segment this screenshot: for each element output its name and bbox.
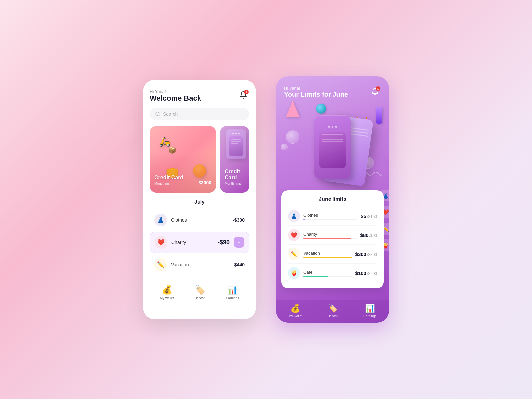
cafe-spent: $100 (355, 270, 366, 276)
limit-charity-icon: ❤️ (288, 229, 300, 241)
clothes-label: Clothes (171, 217, 229, 223)
svg-point-0 (156, 112, 159, 116)
transactions-month: July (150, 199, 249, 205)
right-phone: Hi Yana! Your Limits for June 1 (276, 76, 389, 323)
nav-earnings[interactable]: 📊 Earnings (226, 285, 239, 300)
vacation-icon: ✏️ (154, 258, 167, 271)
sphere-decoration-1 (286, 130, 299, 144)
phone-dots (328, 126, 337, 128)
phone-screen (319, 132, 346, 168)
left-bottom-nav: 💰 My wallet 🏷️ Deposit 📊 Earnings (150, 279, 249, 300)
transaction-item-vacation[interactable]: ✏️ Vacation -$440 (150, 254, 249, 275)
left-greeting-small: Hi Yana! (150, 89, 201, 94)
limit-clothes-icon: 👗 (288, 210, 300, 222)
wallet-label: My wallet (160, 296, 174, 300)
card-3d-scene (276, 104, 389, 190)
charity-progress-bar (303, 238, 357, 239)
notification-badge: 1 (244, 90, 249, 94)
right-nav-deposit[interactable]: 🏷️ Deposit (327, 304, 338, 318)
right-nav-wallet[interactable]: 💰 My wallet (288, 304, 302, 318)
clothes-total: /$150 (367, 214, 377, 219)
charity-amounts: $80 /$90 (360, 232, 377, 238)
clothes-progress-fill (303, 219, 305, 220)
right-earnings-label: Earnings (363, 314, 376, 318)
deposit-icon: 🏷️ (195, 285, 205, 295)
right-header: Hi Yana! Your Limits for June 1 (276, 76, 389, 104)
cafe-total: /$200 (367, 271, 377, 276)
charity-icon: ❤️ (155, 236, 167, 249)
right-notification-bell[interactable]: 1 (369, 86, 381, 98)
notification-bell[interactable]: 1 (237, 89, 249, 101)
vacation-amounts: $300 /$300 (355, 251, 377, 257)
vacation-spent: $300 (355, 251, 366, 257)
transaction-list: 👗 Clothes -$300 ❤️ Charity -$90 → ✏️ Vac… (150, 210, 249, 275)
search-placeholder: Search (163, 111, 178, 117)
card-number-lines (348, 127, 369, 137)
limit-charity-name: Charity (303, 232, 317, 237)
blue-sphere-decoration (316, 104, 326, 114)
right-notification-badge: 1 (376, 86, 380, 91)
big-3d-phone (314, 115, 351, 179)
left-phone: Hi Yana! Welcome Back 1 Search 🛵 📦 (143, 80, 256, 319)
right-wallet-label: My wallet (288, 314, 302, 318)
clothes-spent: $5 (361, 213, 366, 219)
limit-cafe-icon: 🍟 (288, 267, 300, 279)
right-wallet-icon: 💰 (290, 304, 300, 313)
right-deposit-label: Deposit (327, 314, 338, 318)
pink-credit-card[interactable]: 🛵 📦 Credit Card Month limit -$3000 (150, 126, 216, 193)
phone-dot-1 (328, 126, 330, 128)
limit-item-vacation[interactable]: ✏️ Vacation $300 /$300 (288, 245, 377, 264)
right-deposit-icon: 🏷️ (328, 304, 338, 313)
vacation-progress-fill (303, 257, 352, 258)
right-earnings-icon: 📊 (365, 304, 375, 313)
limit-item-clothes[interactable]: 👗 Clothes $5 /$150 (288, 207, 377, 226)
clothes-icon: 👗 (154, 214, 167, 226)
charity-progress-fill (303, 238, 351, 239)
limit-item-cafe[interactable]: 🍟 Cafe $100 /$200 (288, 264, 377, 282)
limits-card: June limits 👗 Clothes $5 /$150 ❤️ Charit… (281, 190, 384, 288)
pink-card-sublabel: Month limit (154, 182, 170, 185)
clothes-amounts: $5 /$150 (361, 213, 377, 219)
purple-credit-card[interactable]: Credit Card Month limit (220, 126, 249, 193)
phone-dot-2 (332, 126, 333, 128)
phone-dot-3 (335, 126, 337, 128)
card-number-display (322, 134, 343, 142)
limits-title: June limits (288, 196, 377, 202)
clothes-amount: -$300 (233, 217, 245, 223)
cafe-progress-bar (303, 276, 352, 277)
charity-label: Charity (171, 240, 214, 245)
nav-deposit[interactable]: 🏷️ Deposit (194, 285, 205, 300)
cafe-progress-fill (303, 276, 328, 277)
sphere-decoration-4 (281, 144, 288, 150)
search-bar[interactable]: Search (150, 108, 249, 120)
bottle-decoration (376, 107, 382, 124)
clothes-progress-bar (303, 219, 357, 220)
charity-amount: -$90 (218, 239, 230, 246)
vacation-label: Vacation (171, 262, 229, 267)
nav-my-wallet[interactable]: 💰 My wallet (160, 285, 174, 300)
cards-row: 🛵 📦 Credit Card Month limit -$3000 (150, 126, 249, 193)
earnings-label: Earnings (226, 296, 239, 300)
right-greeting-large: Your Limits for June (284, 91, 381, 98)
left-greeting: Hi Yana! Welcome Back (150, 89, 201, 103)
transaction-item-charity[interactable]: ❤️ Charity -$90 → (150, 232, 249, 253)
earnings-icon: 📊 (227, 285, 238, 295)
limit-clothes-name: Clothes (303, 213, 318, 218)
vacation-amount: -$440 (233, 262, 245, 267)
deposit-label: Deposit (194, 296, 205, 300)
limit-item-charity[interactable]: ❤️ Charity $80 /$90 (288, 226, 377, 245)
purple-card-deco (226, 129, 246, 159)
charity-arrow-button[interactable]: → (234, 237, 244, 248)
transaction-item[interactable]: 👗 Clothes -$300 (150, 210, 249, 230)
left-greeting-large: Welcome Back (150, 94, 201, 103)
purple-card-sublabel: Month limit (225, 182, 241, 185)
pink-card-label: Credit Card (154, 175, 183, 181)
wallet-icon: 💰 (162, 285, 172, 295)
card-line-3 (348, 133, 368, 137)
right-bottom-nav: 💰 My wallet 🏷️ Deposit 📊 Earnings (276, 300, 389, 323)
right-nav-earnings[interactable]: 📊 Earnings (363, 304, 376, 318)
cafe-amounts: $100 /$200 (355, 270, 377, 276)
limit-vacation-name: Vacation (303, 251, 320, 256)
purple-3d-phone (226, 129, 246, 159)
charity-spent: $80 (360, 232, 369, 238)
